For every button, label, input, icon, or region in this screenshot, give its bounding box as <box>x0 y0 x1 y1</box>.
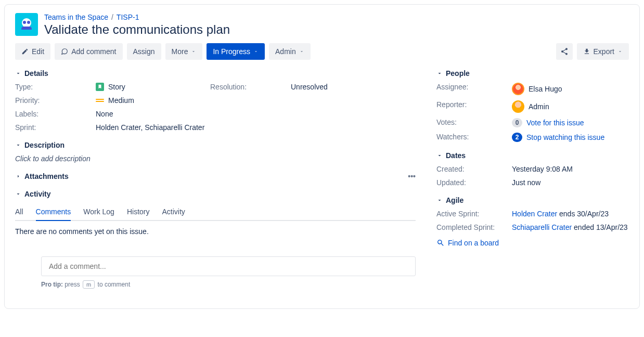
completed-sprint-value: Schiaparelli Crater ended 13/Apr/23 <box>512 223 629 231</box>
edit-button[interactable]: Edit <box>15 43 50 60</box>
chevron-down-icon <box>15 142 21 148</box>
svg-point-2 <box>27 21 30 24</box>
assign-button[interactable]: Assign <box>127 43 161 60</box>
issue-title: Validate the communications plan <box>44 22 230 37</box>
chevron-right-icon <box>15 173 21 179</box>
empty-comments: There are no comments yet on this issue. <box>15 227 416 236</box>
activity-header[interactable]: Activity <box>15 190 416 198</box>
resolution-label: Resolution: <box>210 83 291 91</box>
add-comment-button[interactable]: Add comment <box>55 43 122 60</box>
resolution-value: Unresolved <box>291 83 416 91</box>
status-button[interactable]: In Progress <box>207 43 265 60</box>
chevron-down-icon <box>436 197 443 203</box>
attachments-header[interactable]: Attachments ••• <box>15 172 416 180</box>
active-sprint-label: Active Sprint: <box>436 210 512 218</box>
project-icon[interactable] <box>15 13 38 36</box>
tab-worklog[interactable]: Work Log <box>83 203 114 221</box>
chevron-down-icon <box>436 152 443 159</box>
dates-header[interactable]: Dates <box>436 151 629 160</box>
labels-value: None <box>96 110 416 118</box>
breadcrumb-key[interactable]: TISP-1 <box>117 13 139 21</box>
watchers-badge: 2 <box>512 133 522 142</box>
updated-value: Just now <box>512 178 629 187</box>
tab-history[interactable]: History <box>127 203 150 221</box>
created-label: Created: <box>436 165 512 173</box>
updated-label: Updated: <box>436 178 512 187</box>
sprint-value: Holden Crater, Schiaparelli Crater <box>96 123 416 132</box>
active-sprint-link[interactable]: Holden Crater <box>512 210 557 218</box>
details-header[interactable]: Details <box>15 69 416 77</box>
tab-all[interactable]: All <box>15 203 23 221</box>
breadcrumb-project[interactable]: Teams in the Space <box>44 13 108 21</box>
protip: Pro tip: press m to comment <box>41 280 416 289</box>
export-button[interactable]: Export <box>577 43 629 60</box>
type-value: Story <box>96 83 210 91</box>
chevron-down-icon <box>15 191 21 197</box>
avatar <box>512 83 524 95</box>
chevron-down-icon <box>436 70 443 76</box>
priority-medium-icon <box>96 96 104 105</box>
completed-sprint-link[interactable]: Schiaparelli Crater <box>512 223 572 231</box>
description-header[interactable]: Description <box>15 141 416 149</box>
people-header[interactable]: People <box>436 69 629 77</box>
vote-link[interactable]: Vote for this issue <box>526 119 584 127</box>
share-icon <box>560 47 569 56</box>
chevron-down-icon <box>299 49 304 54</box>
reporter-value[interactable]: Admin <box>512 100 629 113</box>
votes-badge: 0 <box>512 118 522 127</box>
sprint-label: Sprint: <box>15 123 96 132</box>
priority-value: Medium <box>96 96 210 105</box>
breadcrumb: Teams in the Space / TISP-1 <box>44 13 230 21</box>
chevron-down-icon <box>617 49 623 54</box>
story-icon <box>96 83 104 91</box>
reporter-label: Reporter: <box>436 100 512 113</box>
avatar <box>512 100 524 113</box>
comment-input[interactable] <box>41 256 416 276</box>
agile-header[interactable]: Agile <box>436 196 629 204</box>
created-value: Yesterday 9:08 AM <box>512 165 629 173</box>
chevron-down-icon <box>253 49 259 54</box>
watchers-link[interactable]: Stop watching this issue <box>526 133 604 141</box>
watchers-label: Watchers: <box>436 133 512 142</box>
export-icon <box>583 48 590 55</box>
labels-label: Labels: <box>15 110 96 118</box>
search-icon <box>436 239 445 247</box>
find-on-board-link[interactable]: Find on a board <box>436 239 629 247</box>
priority-label: Priority: <box>15 96 96 105</box>
tab-activity[interactable]: Activity <box>162 203 185 221</box>
assignee-value[interactable]: Elsa Hugo <box>512 83 629 95</box>
breadcrumb-separator: / <box>111 13 113 21</box>
assignee-label: Assignee: <box>436 83 512 95</box>
description-placeholder[interactable]: Click to add description <box>15 154 416 163</box>
share-button[interactable] <box>556 43 573 60</box>
svg-point-1 <box>23 21 26 24</box>
votes-label: Votes: <box>436 118 512 127</box>
chevron-down-icon <box>191 49 196 54</box>
active-sprint-value: Holden Crater ends 30/Apr/23 <box>512 210 629 218</box>
pencil-icon <box>21 48 29 55</box>
type-label: Type: <box>15 83 96 91</box>
attachments-actions[interactable]: ••• <box>408 172 416 180</box>
comment-icon <box>61 48 68 55</box>
tab-comments[interactable]: Comments <box>36 203 71 221</box>
more-button[interactable]: More <box>165 43 203 60</box>
completed-sprint-label: Completed Sprint: <box>436 223 512 231</box>
admin-button[interactable]: Admin <box>269 43 311 60</box>
chevron-down-icon <box>15 70 21 76</box>
